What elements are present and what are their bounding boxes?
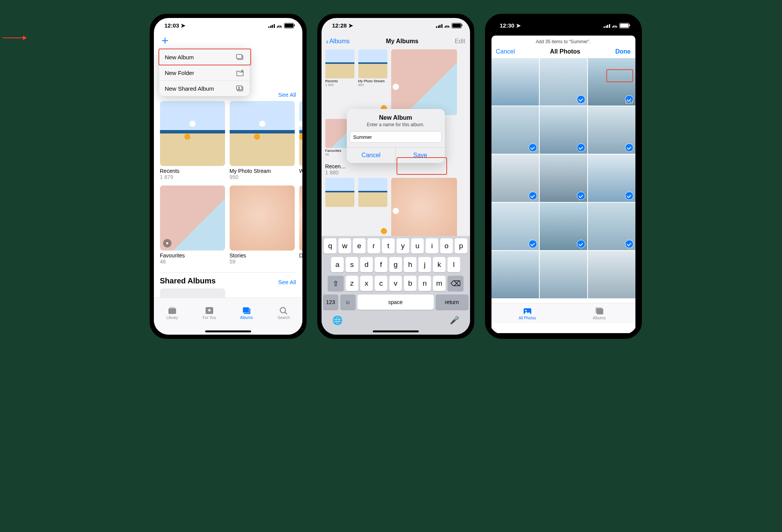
photo-cell[interactable]: [540, 58, 587, 106]
key-o[interactable]: o: [440, 238, 453, 254]
album-stories[interactable]: Stories 59: [230, 185, 295, 265]
album-label: Recen…: [325, 163, 466, 169]
key-space[interactable]: space: [358, 294, 434, 310]
key-123[interactable]: 123: [323, 294, 338, 310]
key-l[interactable]: l: [447, 257, 460, 272]
key-c[interactable]: c: [375, 276, 387, 291]
location-icon: ➤: [348, 22, 353, 29]
battery-icon: [619, 23, 629, 28]
edit-button[interactable]: Edit: [455, 38, 465, 45]
key-k[interactable]: k: [433, 257, 446, 272]
key-v[interactable]: v: [389, 276, 402, 291]
key-j[interactable]: j: [418, 257, 431, 272]
selected-check-icon: [625, 240, 633, 248]
done-button[interactable]: Done: [615, 48, 630, 55]
mic-icon[interactable]: 🎤: [450, 316, 459, 325]
selected-check-icon: [577, 240, 585, 248]
cancel-button[interactable]: Cancel: [347, 148, 396, 163]
svg-rect-10: [243, 307, 249, 313]
key-emoji[interactable]: ☺: [340, 294, 356, 310]
photo-cell[interactable]: [491, 203, 539, 250]
selected-check-icon: [577, 143, 585, 152]
key-m[interactable]: m: [433, 276, 446, 291]
modal-subtitle: Enter a name for this album.: [347, 122, 445, 127]
album-photo-stream[interactable]: My Photo Stream 950: [230, 101, 295, 180]
tab-bar: Library For You Albums Search: [154, 298, 302, 335]
menu-new-album[interactable]: New Album: [159, 49, 250, 65]
photo-cell[interactable]: [491, 58, 539, 106]
nav-title: My Albums: [386, 38, 418, 45]
photo-cell[interactable]: [588, 106, 635, 154]
photo-cell[interactable]: [491, 155, 539, 202]
see-all-link-2[interactable]: See All: [278, 279, 296, 285]
tab-albums[interactable]: Albums: [563, 303, 635, 323]
photo-cell[interactable]: [491, 106, 539, 154]
key-d[interactable]: d: [360, 257, 373, 272]
key-n[interactable]: n: [418, 276, 431, 291]
svg-rect-4: [236, 86, 242, 90]
album-recents[interactable]: Recents 1 879: [160, 101, 225, 180]
key-p[interactable]: p: [455, 238, 467, 254]
key-i[interactable]: i: [426, 238, 438, 254]
home-indicator[interactable]: [540, 330, 586, 332]
back-button[interactable]: ‹ Albums: [326, 37, 350, 46]
photo-cell[interactable]: [588, 155, 635, 202]
key-y[interactable]: y: [397, 238, 409, 254]
tab-albums[interactable]: Albums: [228, 298, 265, 328]
key-u[interactable]: u: [411, 238, 424, 254]
keyboard[interactable]: qwertyuiop asdfghjkl ⇧zxcvbnm⌫ 123 ☺ spa…: [322, 236, 470, 335]
menu-new-shared-album[interactable]: New Shared Album: [159, 80, 250, 96]
add-button[interactable]: ＋: [159, 34, 171, 46]
key-t[interactable]: t: [382, 238, 395, 254]
selected-check-icon: [529, 240, 537, 248]
key-r[interactable]: r: [367, 238, 380, 254]
key-f[interactable]: f: [375, 257, 387, 272]
folder-plus-icon: [236, 69, 244, 76]
screen-new-album-modal: 12:28 ➤ ‹ Albums My Albums Edit Recents1…: [317, 14, 474, 339]
photo-cell[interactable]: [540, 251, 587, 298]
key-return[interactable]: return: [436, 294, 469, 310]
key-w[interactable]: w: [338, 238, 351, 254]
key-x[interactable]: x: [360, 276, 373, 291]
tab-search[interactable]: Search: [265, 298, 302, 328]
album-cutoff[interactable]: W: [299, 101, 302, 180]
photo-cell[interactable]: 0:33: [588, 58, 635, 106]
key-backspace[interactable]: ⌫: [447, 276, 464, 291]
photo-cell[interactable]: [540, 203, 587, 250]
selected-check-icon: [529, 143, 537, 152]
menu-new-folder[interactable]: New Folder: [159, 65, 250, 80]
home-indicator[interactable]: [373, 330, 419, 332]
key-a[interactable]: a: [331, 257, 344, 272]
key-s[interactable]: s: [346, 257, 358, 272]
svg-rect-6: [168, 308, 176, 314]
wifi-icon: [444, 23, 450, 29]
tab-library[interactable]: Library: [154, 298, 191, 328]
photo-cell[interactable]: [588, 203, 635, 250]
photo-cell[interactable]: [491, 251, 539, 298]
key-e[interactable]: e: [353, 238, 366, 254]
see-all-link[interactable]: See All: [278, 91, 296, 98]
album-name-input[interactable]: [350, 131, 442, 143]
home-indicator[interactable]: [205, 330, 251, 332]
svg-rect-1: [236, 54, 242, 59]
svg-point-13: [525, 310, 527, 311]
globe-icon[interactable]: 🌐: [332, 316, 343, 325]
key-h[interactable]: h: [404, 257, 416, 272]
photo-cell[interactable]: [588, 251, 635, 298]
album-icon: [236, 54, 244, 60]
photo-cell[interactable]: [540, 106, 587, 154]
tab-for-you[interactable]: For You: [191, 298, 228, 328]
key-q[interactable]: q: [324, 238, 336, 254]
key-z[interactable]: z: [346, 276, 358, 291]
photo-cell[interactable]: [540, 155, 587, 202]
album-cutoff-2[interactable]: D: [299, 185, 302, 265]
album-favourites[interactable]: ♥ Favourites 46: [160, 185, 225, 265]
shared-albums-header: Shared Albums: [160, 277, 216, 285]
wifi-icon: [612, 23, 617, 29]
key-b[interactable]: b: [404, 276, 416, 291]
tab-all-photos[interactable]: All Photos: [491, 303, 563, 323]
cancel-button[interactable]: Cancel: [496, 48, 515, 55]
save-button[interactable]: Save: [395, 148, 445, 163]
key-g[interactable]: g: [389, 257, 402, 272]
key-shift[interactable]: ⇧: [328, 276, 344, 291]
